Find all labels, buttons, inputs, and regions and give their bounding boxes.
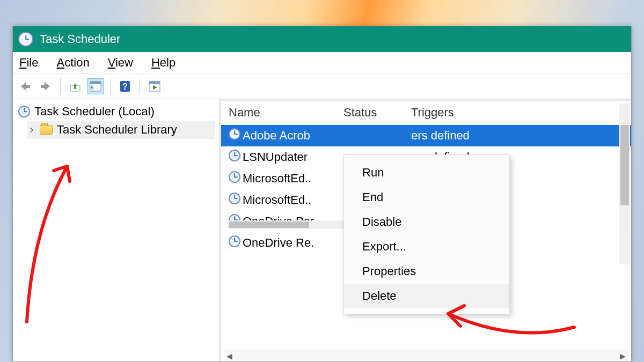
task-triggers: ers defined	[411, 129, 624, 143]
back-button[interactable]	[17, 78, 33, 94]
tree-root-label: Task Scheduler (Local)	[34, 105, 155, 119]
forward-button[interactable]	[38, 78, 54, 94]
tree-library[interactable]: › Task Scheduler Library	[27, 121, 215, 139]
task-scheduler-window: Task Scheduler File Action View Help ?	[12, 26, 632, 362]
task-icon	[229, 193, 240, 204]
svg-rect-5	[41, 85, 45, 88]
context-menu: Run End Disable Export... Properties Del…	[343, 154, 510, 314]
chevron-right-icon[interactable]: ›	[28, 123, 35, 137]
bottom-scrollbar[interactable]: ◀ ▶	[224, 350, 628, 361]
svg-text:?: ?	[122, 82, 128, 91]
menu-file[interactable]: File	[19, 56, 38, 70]
col-name[interactable]: Name	[229, 106, 343, 120]
task-name: MicrosoftEd..	[243, 172, 343, 186]
app-icon	[18, 32, 33, 47]
help-button[interactable]: ?	[117, 78, 133, 94]
toolbar: ?	[13, 73, 631, 99]
task-row[interactable]: Adobe Acrob ers defined	[221, 125, 631, 146]
task-icon	[229, 128, 240, 140]
ctx-delete[interactable]: Delete	[344, 284, 509, 308]
col-triggers[interactable]: Triggers	[411, 106, 624, 120]
menu-view[interactable]: View	[108, 56, 133, 70]
svg-rect-14	[149, 82, 160, 84]
menubar: File Action View Help	[13, 52, 631, 73]
ctx-export[interactable]: Export...	[344, 234, 509, 259]
tree-root[interactable]: Task Scheduler (Local)	[17, 102, 215, 121]
svg-rect-4	[26, 85, 30, 88]
task-name: LSNUpdater	[243, 150, 343, 164]
scroll-right-icon[interactable]: ▶	[620, 352, 626, 360]
up-button[interactable]	[67, 78, 83, 94]
ctx-properties[interactable]: Properties	[344, 259, 509, 284]
menu-help[interactable]: Help	[151, 56, 175, 70]
task-name: MicrosoftEd..	[243, 193, 343, 207]
task-name: Adobe Acrob	[243, 129, 343, 143]
svg-rect-9	[90, 82, 101, 84]
task-icon	[229, 235, 240, 247]
tree-pane: Task Scheduler (Local) › Task Scheduler …	[13, 99, 221, 361]
folder-icon	[40, 125, 53, 135]
task-icon	[229, 171, 240, 183]
window-title: Task Scheduler	[40, 32, 120, 46]
ctx-disable[interactable]: Disable	[344, 210, 509, 234]
horizontal-scrollbar[interactable]	[229, 220, 363, 229]
task-name: OneDrive Re.	[243, 236, 343, 250]
scroll-left-icon[interactable]: ◀	[226, 352, 232, 360]
col-status[interactable]: Status	[343, 106, 411, 120]
task-icon	[229, 150, 240, 161]
show-hide-tree-button[interactable]	[87, 78, 104, 94]
svg-rect-7	[74, 86, 76, 89]
titlebar[interactable]: Task Scheduler	[13, 26, 631, 52]
ctx-end[interactable]: End	[344, 185, 509, 210]
run-pane-button[interactable]	[147, 78, 163, 94]
scheduler-icon	[18, 106, 30, 117]
list-header: Name Status Triggers	[221, 101, 631, 125]
tree-library-label: Task Scheduler Library	[57, 123, 177, 137]
vertical-scrollbar[interactable]	[619, 104, 630, 264]
menu-action[interactable]: Action	[56, 56, 89, 70]
ctx-run[interactable]: Run	[344, 160, 509, 185]
